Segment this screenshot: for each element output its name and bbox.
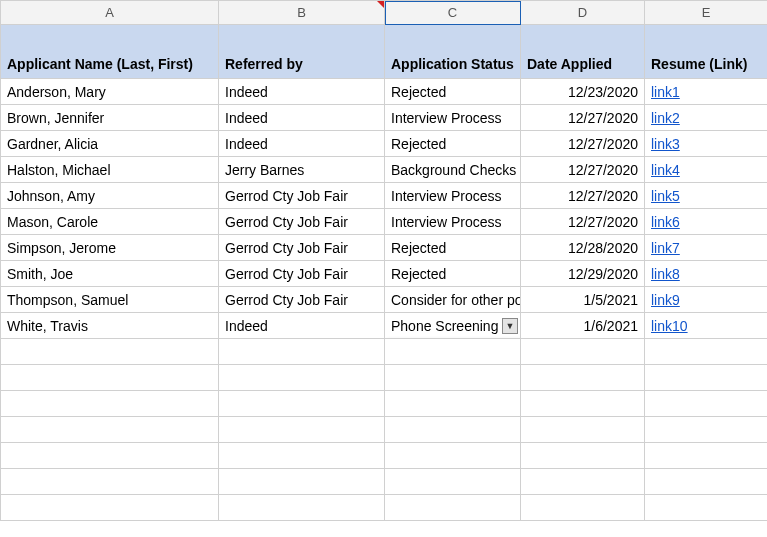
cell-resume[interactable]: link9 — [645, 287, 768, 313]
cell-name[interactable]: Smith, Joe — [1, 261, 219, 287]
resume-link[interactable]: link5 — [651, 188, 680, 204]
header-date[interactable]: Date Applied — [521, 25, 645, 79]
resume-link[interactable]: link6 — [651, 214, 680, 230]
cell-referred[interactable]: Gerrod Cty Job Fair — [219, 183, 385, 209]
cell-name[interactable]: Gardner, Alicia — [1, 131, 219, 157]
cell-status[interactable]: Interview Process — [385, 183, 521, 209]
cell-status-active[interactable]: Phone Screening ▼ New Rejected Hired Pho… — [385, 313, 521, 339]
table-row: Anderson, Mary Indeed Rejected 12/23/202… — [1, 79, 768, 105]
cell-referred[interactable]: Jerry Barnes — [219, 157, 385, 183]
cell-date[interactable]: 1/6/2021 — [521, 313, 645, 339]
cell-status[interactable]: Rejected — [385, 131, 521, 157]
table-row: Simpson, Jerome Gerrod Cty Job Fair Reje… — [1, 235, 768, 261]
resume-link[interactable]: link10 — [651, 318, 688, 334]
resume-link[interactable]: link9 — [651, 292, 680, 308]
cell-date[interactable]: 12/23/2020 — [521, 79, 645, 105]
table-row: White, Travis Indeed Phone Screening ▼ N… — [1, 313, 768, 339]
empty-row — [1, 365, 768, 391]
table-row: Brown, Jennifer Indeed Interview Process… — [1, 105, 768, 131]
cell-resume[interactable]: link7 — [645, 235, 768, 261]
cell-date[interactable]: 12/27/2020 — [521, 157, 645, 183]
cell-name[interactable]: Anderson, Mary — [1, 79, 219, 105]
header-row: Applicant Name (Last, First) Referred by… — [1, 25, 768, 79]
table-row: Halston, Michael Jerry Barnes Background… — [1, 157, 768, 183]
cell-status[interactable]: Interview Process — [385, 105, 521, 131]
resume-link[interactable]: link8 — [651, 266, 680, 282]
cell-status-value: Phone Screening — [391, 318, 498, 334]
cell-name[interactable]: Thompson, Samuel — [1, 287, 219, 313]
empty-row — [1, 495, 768, 521]
empty-row — [1, 469, 768, 495]
cell-name[interactable]: Halston, Michael — [1, 157, 219, 183]
resume-link[interactable]: link7 — [651, 240, 680, 256]
cell-referred[interactable]: Indeed — [219, 313, 385, 339]
cell-resume[interactable]: link3 — [645, 131, 768, 157]
cell-resume[interactable]: link1 — [645, 79, 768, 105]
cell-resume[interactable]: link4 — [645, 157, 768, 183]
header-name[interactable]: Applicant Name (Last, First) — [1, 25, 219, 79]
cell-date[interactable]: 12/27/2020 — [521, 183, 645, 209]
status-dropdown[interactable]: New Rejected Hired Phone Screening Inter… — [385, 338, 521, 339]
table-row: Thompson, Samuel Gerrod Cty Job Fair Con… — [1, 287, 768, 313]
table-row: Mason, Carole Gerrod Cty Job Fair Interv… — [1, 209, 768, 235]
cell-resume[interactable]: link8 — [645, 261, 768, 287]
dropdown-arrow-icon[interactable]: ▼ — [502, 318, 518, 334]
table-row: Smith, Joe Gerrod Cty Job Fair Rejected … — [1, 261, 768, 287]
col-header-D[interactable]: D — [521, 1, 645, 25]
cell-referred[interactable]: Gerrod Cty Job Fair — [219, 235, 385, 261]
cell-name[interactable]: Simpson, Jerome — [1, 235, 219, 261]
cell-referred[interactable]: Indeed — [219, 131, 385, 157]
cell-status[interactable]: Background Checks — [385, 157, 521, 183]
header-referred[interactable]: Referred by — [219, 25, 385, 79]
cell-resume[interactable]: link5 — [645, 183, 768, 209]
resume-link[interactable]: link2 — [651, 110, 680, 126]
cell-status[interactable]: Consider for other positions — [385, 287, 521, 313]
cell-referred[interactable]: Gerrod Cty Job Fair — [219, 209, 385, 235]
cell-referred[interactable]: Gerrod Cty Job Fair — [219, 287, 385, 313]
cell-date[interactable]: 1/5/2021 — [521, 287, 645, 313]
cell-status[interactable]: Rejected — [385, 261, 521, 287]
cell-name[interactable]: Johnson, Amy — [1, 183, 219, 209]
cell-name[interactable]: Mason, Carole — [1, 209, 219, 235]
resume-link[interactable]: link3 — [651, 136, 680, 152]
col-header-C[interactable]: C — [385, 1, 521, 25]
table-row: Gardner, Alicia Indeed Rejected 12/27/20… — [1, 131, 768, 157]
table-row: Johnson, Amy Gerrod Cty Job Fair Intervi… — [1, 183, 768, 209]
cell-date[interactable]: 12/27/2020 — [521, 209, 645, 235]
grid-body: Applicant Name (Last, First) Referred by… — [1, 25, 768, 521]
resume-link[interactable]: link1 — [651, 84, 680, 100]
header-resume[interactable]: Resume (Link) — [645, 25, 768, 79]
col-header-E[interactable]: E — [645, 1, 768, 25]
empty-row — [1, 417, 768, 443]
cell-name[interactable]: White, Travis — [1, 313, 219, 339]
cell-name[interactable]: Brown, Jennifer — [1, 105, 219, 131]
cell-date[interactable]: 12/29/2020 — [521, 261, 645, 287]
resume-link[interactable]: link4 — [651, 162, 680, 178]
cell-referred[interactable]: Indeed — [219, 105, 385, 131]
cell-resume[interactable]: link2 — [645, 105, 768, 131]
col-header-A[interactable]: A — [1, 1, 219, 25]
cell-status[interactable]: Interview Process — [385, 209, 521, 235]
cell-status[interactable]: Rejected — [385, 79, 521, 105]
col-header-B[interactable]: B — [219, 1, 385, 25]
cell-resume[interactable]: link10 — [645, 313, 768, 339]
header-status[interactable]: Application Status — [385, 25, 521, 79]
empty-row — [1, 443, 768, 469]
cell-status[interactable]: Rejected — [385, 235, 521, 261]
cell-referred[interactable]: Indeed — [219, 79, 385, 105]
cell-date[interactable]: 12/28/2020 — [521, 235, 645, 261]
cell-resume[interactable]: link6 — [645, 209, 768, 235]
empty-row — [1, 339, 768, 365]
cell-referred[interactable]: Gerrod Cty Job Fair — [219, 261, 385, 287]
empty-row — [1, 391, 768, 417]
spreadsheet-grid[interactable]: A B C D E Applicant Name (Last, First) R… — [0, 0, 767, 521]
cell-date[interactable]: 12/27/2020 — [521, 105, 645, 131]
cell-date[interactable]: 12/27/2020 — [521, 131, 645, 157]
column-letter-row: A B C D E — [1, 1, 768, 25]
